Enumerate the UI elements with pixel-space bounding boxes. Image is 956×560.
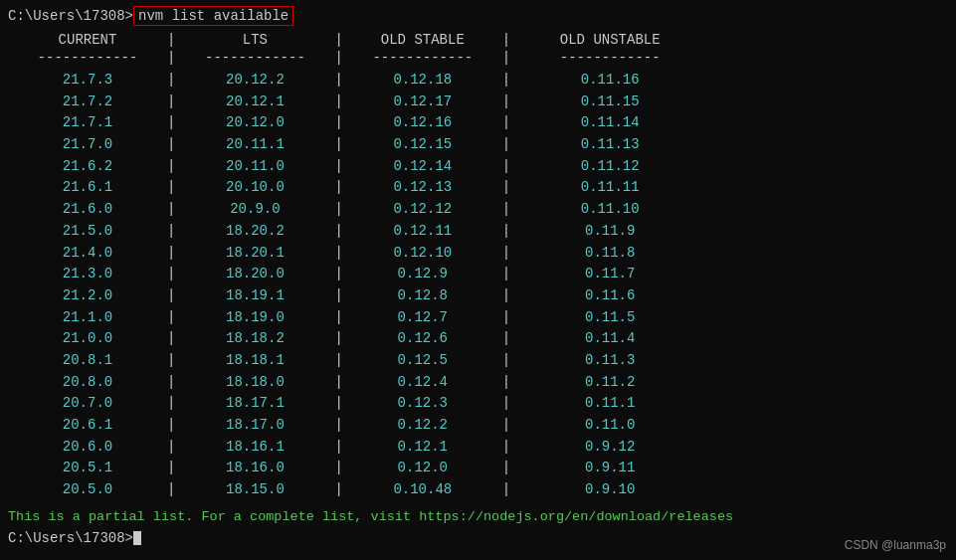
prompt-prefix: C:\Users\17308> bbox=[8, 8, 133, 24]
cell-old-unstable: 0.11.12 bbox=[510, 156, 709, 178]
table-row: 21.6.1 | 20.10.0 | 0.12.13 | 0.11.11 bbox=[8, 177, 948, 199]
table-row: 20.5.1 | 18.16.0 | 0.12.0 | 0.9.11 bbox=[8, 458, 948, 479]
cell-current: 20.7.0 bbox=[8, 393, 167, 415]
table-row: 21.7.3 | 20.12.2 | 0.12.18 | 0.11.16 bbox=[8, 70, 948, 92]
cell-lts: 20.11.0 bbox=[175, 156, 334, 178]
table-row: 20.8.1 | 18.18.1 | 0.12.5 | 0.11.3 bbox=[8, 350, 948, 372]
cell-current: 21.7.3 bbox=[8, 70, 167, 92]
table-row: 20.8.0 | 18.18.0 | 0.12.4 | 0.11.2 bbox=[8, 372, 948, 394]
header-old-stable: OLD STABLE bbox=[343, 32, 502, 48]
command-line: C:\Users\17308> nvm list available bbox=[8, 6, 948, 26]
cell-old-unstable: 0.9.10 bbox=[510, 479, 709, 501]
cell-lts: 20.12.1 bbox=[175, 92, 334, 113]
table-row: 21.0.0 | 18.18.2 | 0.12.6 | 0.11.4 bbox=[8, 328, 948, 350]
cell-lts: 18.20.0 bbox=[175, 264, 334, 285]
cell-old-stable: 0.12.11 bbox=[343, 221, 502, 243]
cell-current: 21.0.0 bbox=[8, 328, 167, 350]
cell-old-unstable: 0.11.11 bbox=[510, 177, 709, 199]
cell-current: 20.8.0 bbox=[8, 372, 167, 394]
cell-old-stable: 0.12.17 bbox=[343, 92, 502, 113]
divider-lts: ------------ bbox=[175, 50, 334, 66]
cell-current: 21.6.0 bbox=[8, 199, 167, 221]
cell-lts: 18.18.1 bbox=[175, 350, 334, 372]
cell-lts: 20.12.2 bbox=[175, 70, 334, 92]
cell-old-stable: 0.12.10 bbox=[343, 243, 502, 265]
cell-current: 21.5.0 bbox=[8, 221, 167, 243]
cell-old-stable: 0.12.4 bbox=[343, 372, 502, 394]
cell-current: 21.1.0 bbox=[8, 307, 167, 329]
header-lts: LTS bbox=[175, 32, 334, 48]
divider-old-stable: ------------ bbox=[343, 50, 502, 66]
cell-old-unstable: 0.11.6 bbox=[510, 285, 709, 307]
cell-lts: 20.11.1 bbox=[175, 134, 334, 156]
cell-lts: 18.16.0 bbox=[175, 458, 334, 479]
bottom-prompt: C:\Users\17308> bbox=[8, 530, 948, 546]
cell-lts: 20.9.0 bbox=[175, 199, 334, 221]
cell-current: 21.3.0 bbox=[8, 264, 167, 285]
cell-old-stable: 0.12.6 bbox=[343, 328, 502, 350]
header-current: CURRENT bbox=[8, 32, 167, 48]
cell-old-stable: 0.12.7 bbox=[343, 307, 502, 329]
table-row: 21.4.0 | 18.20.1 | 0.12.10 | 0.11.8 bbox=[8, 243, 948, 265]
header-old-unstable: OLD UNSTABLE bbox=[510, 32, 709, 48]
cell-current: 20.8.1 bbox=[8, 350, 167, 372]
cell-old-stable: 0.10.48 bbox=[343, 479, 502, 501]
cell-old-stable: 0.12.3 bbox=[343, 393, 502, 415]
table-header-row: CURRENT | LTS | OLD STABLE | OLD UNSTABL… bbox=[8, 32, 948, 48]
cursor bbox=[133, 531, 141, 545]
cell-old-stable: 0.12.9 bbox=[343, 264, 502, 285]
table-row: 21.5.0 | 18.20.2 | 0.12.11 | 0.11.9 bbox=[8, 221, 948, 243]
cell-lts: 20.10.0 bbox=[175, 177, 334, 199]
cell-old-unstable: 0.11.0 bbox=[510, 415, 709, 437]
cell-old-stable: 0.12.18 bbox=[343, 70, 502, 92]
cell-old-unstable: 0.11.8 bbox=[510, 243, 709, 265]
table-row: 21.2.0 | 18.19.1 | 0.12.8 | 0.11.6 bbox=[8, 285, 948, 307]
cell-current: 21.6.2 bbox=[8, 156, 167, 178]
cell-current: 20.5.0 bbox=[8, 479, 167, 501]
cell-old-unstable: 0.9.12 bbox=[510, 437, 709, 459]
cell-old-stable: 0.12.12 bbox=[343, 199, 502, 221]
table-row: 20.6.0 | 18.16.1 | 0.12.1 | 0.9.12 bbox=[8, 437, 948, 459]
cell-lts: 18.20.1 bbox=[175, 243, 334, 265]
cell-old-unstable: 0.11.5 bbox=[510, 307, 709, 329]
cell-current: 21.7.0 bbox=[8, 134, 167, 156]
cell-lts: 18.17.0 bbox=[175, 415, 334, 437]
cell-old-stable: 0.12.15 bbox=[343, 134, 502, 156]
table-row: 20.5.0 | 18.15.0 | 0.10.48 | 0.9.10 bbox=[8, 479, 948, 501]
cell-lts: 18.15.0 bbox=[175, 479, 334, 501]
cell-current: 21.7.2 bbox=[8, 92, 167, 113]
nvm-table: CURRENT | LTS | OLD STABLE | OLD UNSTABL… bbox=[8, 32, 948, 501]
cell-old-stable: 0.12.5 bbox=[343, 350, 502, 372]
table-rows-container: 21.7.3 | 20.12.2 | 0.12.18 | 0.11.16 21.… bbox=[8, 70, 948, 501]
cell-lts: 18.16.1 bbox=[175, 437, 334, 459]
cell-old-unstable: 0.11.16 bbox=[510, 70, 709, 92]
divider-current: ------------ bbox=[8, 50, 167, 66]
cell-old-unstable: 0.11.15 bbox=[510, 92, 709, 113]
cell-old-unstable: 0.11.14 bbox=[510, 112, 709, 134]
cell-old-unstable: 0.11.13 bbox=[510, 134, 709, 156]
divider-old-unstable: ------------ bbox=[510, 50, 709, 66]
cell-lts: 18.20.2 bbox=[175, 221, 334, 243]
command-text: nvm list available bbox=[133, 6, 293, 26]
cell-old-unstable: 0.11.1 bbox=[510, 393, 709, 415]
cell-lts: 18.17.1 bbox=[175, 393, 334, 415]
cell-current: 21.2.0 bbox=[8, 285, 167, 307]
table-row: 21.7.1 | 20.12.0 | 0.12.16 | 0.11.14 bbox=[8, 112, 948, 134]
cell-old-unstable: 0.11.7 bbox=[510, 264, 709, 285]
cell-current: 21.7.1 bbox=[8, 112, 167, 134]
cell-old-stable: 0.12.8 bbox=[343, 285, 502, 307]
cell-old-stable: 0.12.2 bbox=[343, 415, 502, 437]
cell-lts: 18.18.0 bbox=[175, 372, 334, 394]
cell-old-stable: 0.12.0 bbox=[343, 458, 502, 479]
table-row: 21.6.0 | 20.9.0 | 0.12.12 | 0.11.10 bbox=[8, 199, 948, 221]
table-row: 21.1.0 | 18.19.0 | 0.12.7 | 0.11.5 bbox=[8, 307, 948, 329]
cell-lts: 18.19.1 bbox=[175, 285, 334, 307]
cell-old-unstable: 0.11.9 bbox=[510, 221, 709, 243]
cell-old-stable: 0.12.1 bbox=[343, 437, 502, 459]
table-row: 21.7.2 | 20.12.1 | 0.12.17 | 0.11.15 bbox=[8, 92, 948, 113]
cell-current: 20.5.1 bbox=[8, 458, 167, 479]
cell-current: 21.4.0 bbox=[8, 243, 167, 265]
footer-note: This is a partial list. For a complete l… bbox=[8, 509, 948, 524]
cell-old-stable: 0.12.16 bbox=[343, 112, 502, 134]
cell-old-stable: 0.12.14 bbox=[343, 156, 502, 178]
